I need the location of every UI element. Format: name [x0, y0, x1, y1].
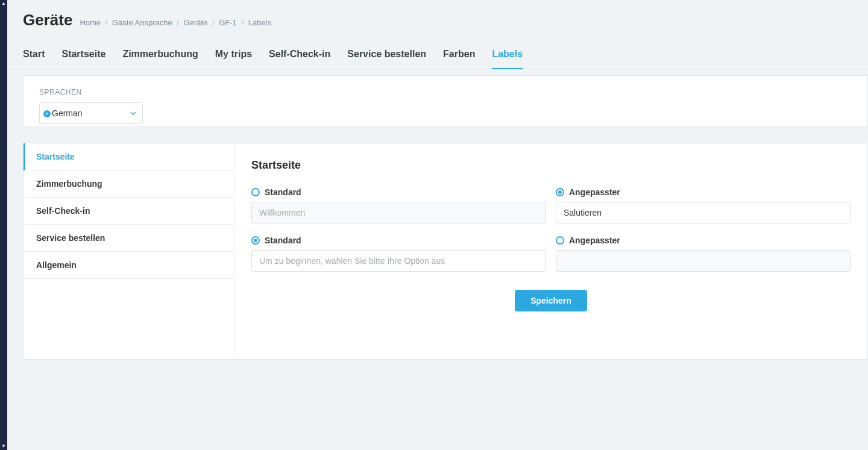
chevron-down-icon [130, 108, 136, 118]
breadcrumb-devices[interactable]: Geräte [184, 18, 208, 27]
radio-icon [251, 188, 260, 196]
breadcrumb-device-id[interactable]: GF-1 [219, 18, 237, 27]
labels-card: StartseiteZimmerbuchungSelf-Check-inServ… [23, 143, 868, 360]
language-card: SPRACHEN + German [23, 75, 868, 127]
language-section-label: SPRACHEN [39, 88, 852, 96]
sidebar-item-allgemein[interactable]: Allgemein [24, 252, 234, 279]
labels-side-nav: StartseiteZimmerbuchungSelf-Check-inServ… [24, 143, 234, 359]
radio-standard[interactable]: Standard [251, 187, 546, 197]
radio-icon [251, 236, 260, 245]
main-content: Geräte Home / Gäste Ansprache / Geräte /… [7, 0, 868, 450]
standard-text-input[interactable] [251, 250, 546, 272]
sidebar-item-service-bestellen[interactable]: Service bestellen [24, 225, 234, 252]
radio-standard-label: Standard [265, 187, 301, 197]
tab-self-check-in[interactable]: Self-Check-in [269, 43, 330, 69]
radio-icon [556, 236, 564, 245]
breadcrumb-guest-outreach[interactable]: Gäste Ansprache [112, 18, 172, 27]
breadcrumb-sep: / [177, 18, 179, 27]
flag-add-badge-icon: + [43, 110, 51, 117]
breadcrumb-home[interactable]: Home [80, 18, 101, 27]
breadcrumb-sep: / [105, 18, 108, 27]
breadcrumb-sep: / [212, 18, 215, 27]
tab-my-trips[interactable]: My trips [215, 43, 252, 69]
tab-zimmerbuchung[interactable]: Zimmerbuchung [122, 43, 198, 69]
breadcrumb-current: Labels [248, 18, 271, 27]
custom-text-input[interactable] [556, 250, 851, 272]
custom-text-input[interactable] [556, 202, 851, 223]
save-button[interactable]: Speichern [515, 290, 587, 311]
label-row: StandardAngepasster [251, 187, 851, 223]
tab-farben[interactable]: Farben [443, 43, 475, 69]
page-header: Geräte Home / Gäste Ansprache / Geräte /… [7, 0, 868, 30]
label-row: StandardAngepasster [251, 236, 851, 272]
app-left-rail: ▲ ▼ [0, 0, 7, 450]
top-tabs: StartStartseiteZimmerbuchungMy tripsSelf… [7, 43, 868, 69]
rail-scroll-down[interactable]: ▼ [0, 443, 7, 450]
form-section-title: Startseite [251, 159, 851, 172]
radio-icon [556, 188, 564, 196]
tab-startseite[interactable]: Startseite [61, 43, 105, 69]
sidebar-item-self-check-in[interactable]: Self-Check-in [24, 198, 234, 225]
labels-form-pane: Startseite StandardAngepassterStandardAn… [234, 143, 867, 359]
page-title: Geräte [23, 11, 72, 30]
tab-service-bestellen[interactable]: Service bestellen [347, 43, 426, 69]
tab-start[interactable]: Start [23, 43, 45, 69]
radio-standard-label: Standard [265, 236, 301, 245]
rail-scroll-up[interactable]: ▲ [0, 0, 7, 7]
radio-custom-label: Angepasster [569, 187, 620, 197]
breadcrumb-sep: / [241, 18, 244, 27]
breadcrumb: Home / Gäste Ansprache / Geräte / GF-1 /… [80, 18, 271, 27]
tab-labels[interactable]: Labels [492, 43, 523, 69]
radio-custom[interactable]: Angepasster [556, 187, 851, 197]
radio-custom-label: Angepasster [569, 236, 620, 245]
standard-text-input[interactable] [251, 202, 546, 223]
sidebar-item-zimmerbuchung[interactable]: Zimmerbuchung [24, 170, 234, 198]
sidebar-item-startseite[interactable]: Startseite [24, 143, 234, 170]
radio-custom[interactable]: Angepasster [556, 236, 851, 245]
language-select[interactable]: + German [39, 102, 143, 124]
radio-standard[interactable]: Standard [251, 236, 546, 245]
language-selected-value: German [52, 108, 124, 118]
